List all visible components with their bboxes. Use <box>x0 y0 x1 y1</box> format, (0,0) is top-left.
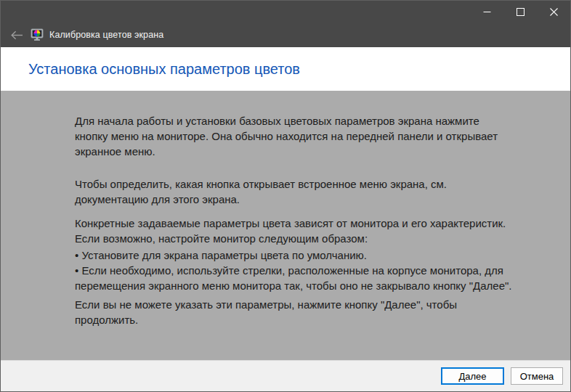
instruction-paragraph: Чтобы определить, какая кнопка открывает… <box>75 176 512 207</box>
instruction-closing: Если вы не можете указать эти параметры,… <box>75 297 512 327</box>
heading-band: Установка основных параметров цветов <box>1 47 570 91</box>
maximize-button[interactable] <box>503 1 537 23</box>
back-arrow-icon <box>11 30 23 40</box>
minimize-button[interactable] <box>470 1 503 23</box>
maximize-icon <box>517 8 525 16</box>
close-button[interactable] <box>537 1 570 23</box>
display-calibration-icon <box>31 28 44 41</box>
footer-bar: Далее Отмена <box>1 360 570 391</box>
instruction-paragraph: Для начала работы и установки базовых цв… <box>75 113 512 159</box>
cancel-button[interactable]: Отмена <box>511 367 563 385</box>
instruction-paragraph: Конкретные задаваемые параметры цвета за… <box>75 216 512 246</box>
window-chrome: Калибровка цветов экрана <box>1 1 570 47</box>
instruction-bullet: • Установите для экрана параметры цвета … <box>75 248 512 263</box>
display-color-calibration-window: Калибровка цветов экрана Установка основ… <box>0 0 571 392</box>
back-button[interactable] <box>7 25 26 44</box>
titlebar <box>1 1 570 23</box>
page-title: Установка основных параметров цветов <box>28 61 300 78</box>
wizard-title: Калибровка цветов экрана <box>49 30 163 40</box>
wizard-header: Калибровка цветов экрана <box>1 23 570 47</box>
next-button[interactable]: Далее <box>441 367 504 385</box>
instruction-bullet: • Если необходимо, используйте стрелки, … <box>75 263 512 293</box>
minimize-icon <box>483 8 491 16</box>
instructions-area: Для начала работы и установки базовых цв… <box>1 91 570 360</box>
close-icon <box>550 8 558 16</box>
